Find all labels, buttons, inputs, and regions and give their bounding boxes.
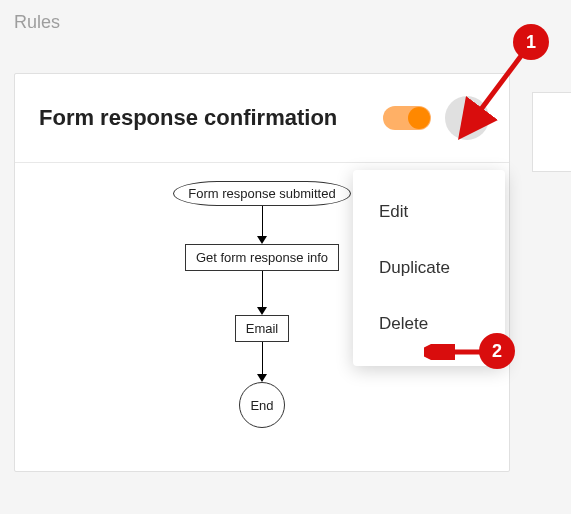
annotation-badge-2: 2 [479,333,515,369]
rule-title: Form response confirmation [39,105,383,131]
context-menu: Edit Duplicate Delete [353,170,505,366]
page-title: Rules [0,0,571,33]
flow-node-end: End [239,382,285,428]
flow-node-action: Get form response info [185,244,339,271]
card-header: Form response confirmation [15,74,509,163]
svg-line-0 [467,56,521,128]
flow-arrow [257,271,267,315]
flow-node-email: Email [235,315,290,342]
menu-item-edit[interactable]: Edit [353,184,505,240]
flow-arrow [257,342,267,382]
toggle-knob [408,107,430,129]
flow-diagram: Form response submitted Get form respons… [173,181,350,471]
annotation-arrow-2 [424,344,484,360]
adjacent-card-edge [532,92,571,172]
flow-arrow [257,206,267,244]
flow-node-start: Form response submitted [173,181,350,206]
menu-item-duplicate[interactable]: Duplicate [353,240,505,296]
annotation-arrow-1 [449,50,529,140]
rule-toggle[interactable] [383,106,431,130]
